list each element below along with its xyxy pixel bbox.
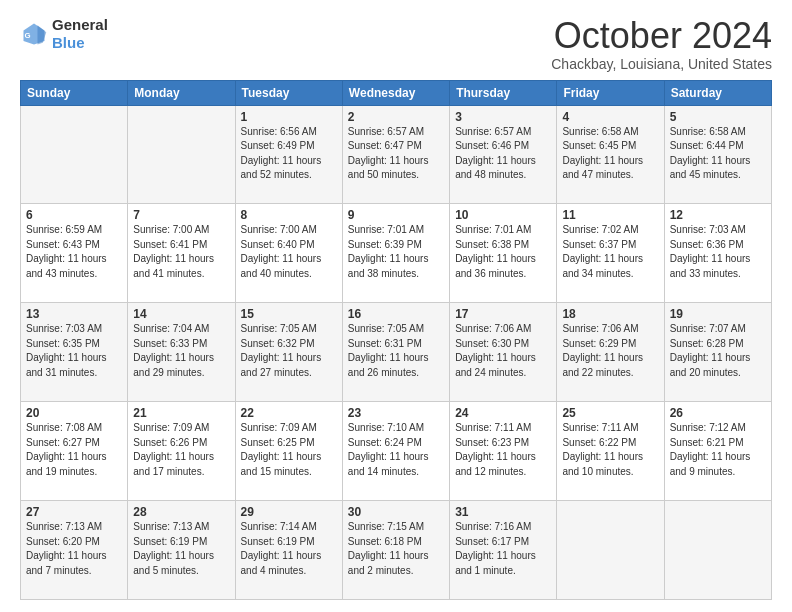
day-info: Sunrise: 7:00 AM Sunset: 6:41 PM Dayligh… xyxy=(133,223,229,281)
day-number: 3 xyxy=(455,110,551,124)
calendar-body: 1Sunrise: 6:56 AM Sunset: 6:49 PM Daylig… xyxy=(21,105,772,599)
calendar-cell: 27Sunrise: 7:13 AM Sunset: 6:20 PM Dayli… xyxy=(21,501,128,600)
calendar-cell: 22Sunrise: 7:09 AM Sunset: 6:25 PM Dayli… xyxy=(235,402,342,501)
day-number: 2 xyxy=(348,110,444,124)
logo-icon: G xyxy=(20,20,48,48)
day-info: Sunrise: 6:58 AM Sunset: 6:45 PM Dayligh… xyxy=(562,125,658,183)
day-info: Sunrise: 7:05 AM Sunset: 6:32 PM Dayligh… xyxy=(241,322,337,380)
day-number: 28 xyxy=(133,505,229,519)
calendar-cell: 8Sunrise: 7:00 AM Sunset: 6:40 PM Daylig… xyxy=(235,204,342,303)
day-info: Sunrise: 7:07 AM Sunset: 6:28 PM Dayligh… xyxy=(670,322,766,380)
calendar-cell: 7Sunrise: 7:00 AM Sunset: 6:41 PM Daylig… xyxy=(128,204,235,303)
weekday-header-row: SundayMondayTuesdayWednesdayThursdayFrid… xyxy=(21,80,772,105)
day-number: 21 xyxy=(133,406,229,420)
calendar-cell: 1Sunrise: 6:56 AM Sunset: 6:49 PM Daylig… xyxy=(235,105,342,204)
day-number: 12 xyxy=(670,208,766,222)
day-number: 20 xyxy=(26,406,122,420)
day-number: 8 xyxy=(241,208,337,222)
day-number: 9 xyxy=(348,208,444,222)
day-info: Sunrise: 6:58 AM Sunset: 6:44 PM Dayligh… xyxy=(670,125,766,183)
calendar-row: 1Sunrise: 6:56 AM Sunset: 6:49 PM Daylig… xyxy=(21,105,772,204)
day-number: 6 xyxy=(26,208,122,222)
day-info: Sunrise: 6:57 AM Sunset: 6:47 PM Dayligh… xyxy=(348,125,444,183)
day-number: 22 xyxy=(241,406,337,420)
calendar-cell xyxy=(664,501,771,600)
calendar-cell: 17Sunrise: 7:06 AM Sunset: 6:30 PM Dayli… xyxy=(450,303,557,402)
calendar-cell: 16Sunrise: 7:05 AM Sunset: 6:31 PM Dayli… xyxy=(342,303,449,402)
weekday-header-cell: Sunday xyxy=(21,80,128,105)
day-info: Sunrise: 7:12 AM Sunset: 6:21 PM Dayligh… xyxy=(670,421,766,479)
day-info: Sunrise: 7:08 AM Sunset: 6:27 PM Dayligh… xyxy=(26,421,122,479)
day-info: Sunrise: 7:06 AM Sunset: 6:29 PM Dayligh… xyxy=(562,322,658,380)
calendar-row: 13Sunrise: 7:03 AM Sunset: 6:35 PM Dayli… xyxy=(21,303,772,402)
calendar-table: SundayMondayTuesdayWednesdayThursdayFrid… xyxy=(20,80,772,600)
calendar-cell: 2Sunrise: 6:57 AM Sunset: 6:47 PM Daylig… xyxy=(342,105,449,204)
day-info: Sunrise: 7:05 AM Sunset: 6:31 PM Dayligh… xyxy=(348,322,444,380)
day-number: 17 xyxy=(455,307,551,321)
calendar-cell: 4Sunrise: 6:58 AM Sunset: 6:45 PM Daylig… xyxy=(557,105,664,204)
day-info: Sunrise: 7:13 AM Sunset: 6:19 PM Dayligh… xyxy=(133,520,229,578)
calendar-cell: 19Sunrise: 7:07 AM Sunset: 6:28 PM Dayli… xyxy=(664,303,771,402)
calendar-cell: 6Sunrise: 6:59 AM Sunset: 6:43 PM Daylig… xyxy=(21,204,128,303)
logo-text: General Blue xyxy=(52,16,108,52)
day-number: 7 xyxy=(133,208,229,222)
weekday-header-cell: Saturday xyxy=(664,80,771,105)
month-title: October 2024 xyxy=(551,16,772,56)
day-number: 31 xyxy=(455,505,551,519)
day-number: 26 xyxy=(670,406,766,420)
calendar-cell: 3Sunrise: 6:57 AM Sunset: 6:46 PM Daylig… xyxy=(450,105,557,204)
calendar-cell: 26Sunrise: 7:12 AM Sunset: 6:21 PM Dayli… xyxy=(664,402,771,501)
day-info: Sunrise: 7:01 AM Sunset: 6:38 PM Dayligh… xyxy=(455,223,551,281)
page: G General Blue October 2024 Chackbay, Lo… xyxy=(0,0,792,612)
logo: G General Blue xyxy=(20,16,108,52)
day-info: Sunrise: 7:14 AM Sunset: 6:19 PM Dayligh… xyxy=(241,520,337,578)
calendar-cell: 28Sunrise: 7:13 AM Sunset: 6:19 PM Dayli… xyxy=(128,501,235,600)
calendar-cell xyxy=(557,501,664,600)
day-number: 11 xyxy=(562,208,658,222)
day-info: Sunrise: 7:16 AM Sunset: 6:17 PM Dayligh… xyxy=(455,520,551,578)
day-number: 23 xyxy=(348,406,444,420)
day-number: 13 xyxy=(26,307,122,321)
day-info: Sunrise: 7:09 AM Sunset: 6:26 PM Dayligh… xyxy=(133,421,229,479)
day-number: 5 xyxy=(670,110,766,124)
day-info: Sunrise: 7:03 AM Sunset: 6:35 PM Dayligh… xyxy=(26,322,122,380)
calendar-cell: 12Sunrise: 7:03 AM Sunset: 6:36 PM Dayli… xyxy=(664,204,771,303)
weekday-header-cell: Thursday xyxy=(450,80,557,105)
calendar-cell: 9Sunrise: 7:01 AM Sunset: 6:39 PM Daylig… xyxy=(342,204,449,303)
location: Chackbay, Louisiana, United States xyxy=(551,56,772,72)
day-info: Sunrise: 6:57 AM Sunset: 6:46 PM Dayligh… xyxy=(455,125,551,183)
day-info: Sunrise: 7:06 AM Sunset: 6:30 PM Dayligh… xyxy=(455,322,551,380)
calendar-row: 27Sunrise: 7:13 AM Sunset: 6:20 PM Dayli… xyxy=(21,501,772,600)
day-info: Sunrise: 7:11 AM Sunset: 6:23 PM Dayligh… xyxy=(455,421,551,479)
day-info: Sunrise: 7:10 AM Sunset: 6:24 PM Dayligh… xyxy=(348,421,444,479)
day-info: Sunrise: 7:09 AM Sunset: 6:25 PM Dayligh… xyxy=(241,421,337,479)
calendar-cell: 15Sunrise: 7:05 AM Sunset: 6:32 PM Dayli… xyxy=(235,303,342,402)
day-number: 27 xyxy=(26,505,122,519)
calendar-cell xyxy=(21,105,128,204)
day-number: 19 xyxy=(670,307,766,321)
day-info: Sunrise: 7:01 AM Sunset: 6:39 PM Dayligh… xyxy=(348,223,444,281)
day-number: 10 xyxy=(455,208,551,222)
day-info: Sunrise: 7:13 AM Sunset: 6:20 PM Dayligh… xyxy=(26,520,122,578)
calendar-cell: 14Sunrise: 7:04 AM Sunset: 6:33 PM Dayli… xyxy=(128,303,235,402)
calendar-cell: 25Sunrise: 7:11 AM Sunset: 6:22 PM Dayli… xyxy=(557,402,664,501)
day-number: 18 xyxy=(562,307,658,321)
calendar-cell: 20Sunrise: 7:08 AM Sunset: 6:27 PM Dayli… xyxy=(21,402,128,501)
day-number: 14 xyxy=(133,307,229,321)
day-info: Sunrise: 7:03 AM Sunset: 6:36 PM Dayligh… xyxy=(670,223,766,281)
calendar-cell: 11Sunrise: 7:02 AM Sunset: 6:37 PM Dayli… xyxy=(557,204,664,303)
calendar-cell: 23Sunrise: 7:10 AM Sunset: 6:24 PM Dayli… xyxy=(342,402,449,501)
weekday-header-cell: Tuesday xyxy=(235,80,342,105)
day-info: Sunrise: 7:15 AM Sunset: 6:18 PM Dayligh… xyxy=(348,520,444,578)
calendar-cell: 5Sunrise: 6:58 AM Sunset: 6:44 PM Daylig… xyxy=(664,105,771,204)
calendar-cell: 10Sunrise: 7:01 AM Sunset: 6:38 PM Dayli… xyxy=(450,204,557,303)
day-info: Sunrise: 7:00 AM Sunset: 6:40 PM Dayligh… xyxy=(241,223,337,281)
calendar-cell: 21Sunrise: 7:09 AM Sunset: 6:26 PM Dayli… xyxy=(128,402,235,501)
weekday-header-cell: Monday xyxy=(128,80,235,105)
weekday-header-cell: Friday xyxy=(557,80,664,105)
header: G General Blue October 2024 Chackbay, Lo… xyxy=(20,16,772,72)
day-number: 25 xyxy=(562,406,658,420)
day-number: 1 xyxy=(241,110,337,124)
day-number: 29 xyxy=(241,505,337,519)
day-number: 30 xyxy=(348,505,444,519)
